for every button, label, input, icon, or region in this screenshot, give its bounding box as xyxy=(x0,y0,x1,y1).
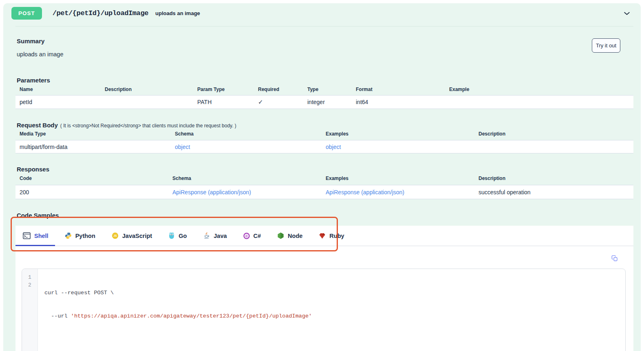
copy-button[interactable] xyxy=(611,254,619,262)
code-line-2-prefix: --url xyxy=(44,313,71,319)
tab-go[interactable]: Go xyxy=(168,232,187,239)
summary-text: uploads an image xyxy=(17,51,63,58)
tab-javascript[interactable]: JS JavaScript xyxy=(112,232,152,239)
column-header-description: Description xyxy=(479,131,633,137)
request-body-title: Request Body xyxy=(17,122,58,129)
code-samples-tab-bar: Shell Python JS xyxy=(15,226,633,246)
line-number: 2 xyxy=(22,281,37,289)
column-header-type: Type xyxy=(307,87,356,92)
request-body-examples-link[interactable]: object xyxy=(326,144,341,150)
header-divider xyxy=(15,26,633,27)
param-type-cell: PATH xyxy=(197,99,258,105)
code-line-1: curl --request POST \ xyxy=(44,289,312,297)
request-body-section-title: Request Body( It is <strong>Not Required… xyxy=(17,122,236,129)
code-block[interactable]: 1 2 curl --request POST \ --url 'https:/… xyxy=(22,269,626,351)
column-header-example: Example xyxy=(449,87,633,92)
tab-python-label: Python xyxy=(75,233,95,239)
tab-java[interactable]: Java xyxy=(203,232,227,239)
copy-icon xyxy=(611,255,618,262)
tab-shell-label: Shell xyxy=(34,233,49,239)
svg-text:C: C xyxy=(245,234,248,238)
method-badge: POST xyxy=(11,7,42,20)
response-description-cell: successful operation xyxy=(479,189,633,195)
tab-node[interactable]: Node xyxy=(277,232,302,239)
code-gutter: 1 2 xyxy=(22,269,38,351)
response-code-cell: 200 xyxy=(20,189,172,195)
tab-csharp-label: C# xyxy=(254,233,261,239)
column-header-required: Required xyxy=(258,87,307,92)
column-header-examples: Examples xyxy=(326,131,479,137)
column-header-description: Description xyxy=(479,176,633,181)
column-header-param-type: Param Type xyxy=(197,87,258,92)
column-header-description: Description xyxy=(105,87,197,92)
code-lines: curl --request POST \ --url 'https://api… xyxy=(38,269,312,351)
chevron-down-icon[interactable] xyxy=(623,9,631,18)
column-header-code: Code xyxy=(20,176,172,181)
tab-node-label: Node xyxy=(288,233,302,239)
required-check-icon: ✓ xyxy=(258,98,307,106)
terminal-icon xyxy=(23,232,31,239)
parameters-table-header: Name Description Param Type Required Typ… xyxy=(15,84,633,95)
column-header-schema: Schema xyxy=(175,131,326,137)
response-examples-link[interactable]: ApiResponse (application/json) xyxy=(326,189,404,195)
try-it-out-button[interactable]: Try it out xyxy=(592,38,620,53)
code-line-2: --url 'https://apiqa.apinizer.com/apigat… xyxy=(44,312,312,320)
column-header-examples: Examples xyxy=(326,176,479,181)
operation-header[interactable]: POST /pet/{petId}/uploadImage uploads an… xyxy=(3,3,641,23)
java-icon xyxy=(203,232,210,239)
code-samples-panel: Shell Python JS xyxy=(15,226,633,351)
response-row: 200 ApiResponse (application/json) ApiRe… xyxy=(15,185,633,199)
column-header-media-type: Media Type xyxy=(20,131,175,137)
param-name-cell: petId xyxy=(20,99,105,105)
responses-section-title: Responses xyxy=(17,166,49,173)
code-samples-title: Code Samples xyxy=(17,212,59,219)
tab-go-label: Go xyxy=(179,233,187,239)
column-header-format: Format xyxy=(356,87,449,92)
responses-table-header: Code Schema Examples Description xyxy=(15,173,633,184)
svg-text:JS: JS xyxy=(113,234,117,237)
line-number: 1 xyxy=(22,273,37,281)
param-format-cell: int64 xyxy=(356,99,449,105)
column-header-name: Name xyxy=(20,87,105,92)
param-datatype-cell: integer xyxy=(307,99,356,105)
operation-summary-inline: uploads an image xyxy=(155,10,200,16)
tab-ruby[interactable]: Ruby xyxy=(319,233,344,239)
tab-java-label: Java xyxy=(214,233,227,239)
media-type-cell: multipart/form-data xyxy=(20,144,175,150)
node-icon xyxy=(277,232,284,239)
column-header-schema: Schema xyxy=(172,176,326,181)
request-body-note: ( It is <strong>Not Required</strong> th… xyxy=(60,123,236,129)
code-string-url: 'https://apiqa.apinizer.com/apigateway/t… xyxy=(71,313,312,319)
tab-csharp[interactable]: C C# xyxy=(243,233,261,239)
go-gopher-icon xyxy=(168,232,175,239)
tab-shell[interactable]: Shell xyxy=(23,232,49,239)
tab-python[interactable]: Python xyxy=(65,232,95,239)
request-body-table-header: Media Type Schema Examples Description xyxy=(15,128,633,140)
tab-javascript-label: JavaScript xyxy=(122,233,152,239)
operation-path: /pet/{petId}/uploadImage xyxy=(53,9,148,17)
csharp-icon: C xyxy=(243,233,250,239)
ruby-icon xyxy=(319,233,326,239)
summary-title: Summary xyxy=(17,38,44,44)
request-body-row: multipart/form-data object object xyxy=(15,140,633,153)
operation-panel: POST /pet/{petId}/uploadImage uploads an… xyxy=(3,3,641,351)
response-schema-link[interactable]: ApiResponse (application/json) xyxy=(172,189,251,195)
parameters-section-title: Parameters xyxy=(17,77,50,84)
active-tab-underline xyxy=(15,245,55,246)
python-icon xyxy=(65,232,72,239)
tab-ruby-label: Ruby xyxy=(329,233,344,239)
javascript-icon: JS xyxy=(112,232,119,239)
parameter-row: petId PATH ✓ integer int64 xyxy=(15,95,633,109)
request-body-schema-link[interactable]: object xyxy=(175,144,190,150)
